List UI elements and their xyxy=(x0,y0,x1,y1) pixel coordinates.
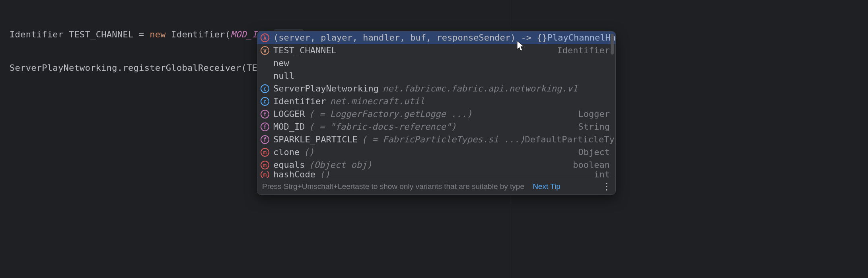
completion-item[interactable]: λ(server, player, handler, buf, response… xyxy=(257,31,615,44)
completion-main-text: null xyxy=(273,70,294,82)
class-icon: c xyxy=(261,84,269,93)
completion-main-text: TEST_CHANNEL xyxy=(273,44,337,57)
completion-item[interactable]: fSPARKLE_PARTICLE ( = FabricParticleType… xyxy=(257,133,615,146)
completion-item[interactable]: mclone()Object xyxy=(257,146,615,159)
code-text: ServerPlayNetworking.registerGlobalRecei… xyxy=(10,63,241,73)
completion-type-text: boolean xyxy=(573,159,610,171)
completion-main-text: SPARKLE_PARTICLE xyxy=(273,133,358,146)
lambda-icon: λ xyxy=(261,33,269,42)
field-icon: f xyxy=(261,110,269,119)
completion-type-text: PlayChannelHandler xyxy=(547,31,615,44)
field-icon: f xyxy=(261,122,269,131)
completion-extra-text: () xyxy=(319,171,330,178)
completion-hint-bar: Press Strg+Umschalt+Leertaste to show on… xyxy=(257,178,615,194)
hint-text: Press Strg+Umschalt+Leertaste to show on… xyxy=(262,182,524,191)
popup-scrollbar[interactable] xyxy=(611,34,614,54)
completion-main-text: clone xyxy=(273,146,300,159)
completion-extra-text: net.fabricmc.fabric.api.networking.v1 xyxy=(383,82,578,95)
completion-main-text: hashCode xyxy=(273,171,315,178)
completion-item[interactable]: null xyxy=(257,70,615,82)
completion-item[interactable]: cServerPlayNetworking net.fabricmc.fabri… xyxy=(257,82,615,95)
completion-item[interactable]: fLOGGER ( = LoggerFactory.getLogge ...)L… xyxy=(257,108,615,121)
completion-main-text: new xyxy=(273,57,289,70)
completion-extra-text: ( = LoggerFactory.getLogge ...) xyxy=(309,108,472,121)
class-icon: c xyxy=(261,97,269,106)
completion-type-text: Logger xyxy=(578,108,610,121)
method-icon: m xyxy=(261,161,269,169)
completion-main-text: MOD_ID xyxy=(273,121,305,133)
completion-item[interactable]: mequals(Object obj)boolean xyxy=(257,159,615,171)
completion-item[interactable]: cIdentifier net.minecraft.util xyxy=(257,95,615,108)
code-text: Identifier( xyxy=(166,29,231,39)
completion-item[interactable]: mhashCode()int xyxy=(257,171,615,178)
more-options-icon[interactable]: ⋮ xyxy=(603,183,611,191)
method-icon: m xyxy=(261,171,269,178)
method-icon: m xyxy=(261,148,269,157)
completion-type-text: Identifier xyxy=(557,44,610,57)
variable-icon: v xyxy=(261,46,269,55)
completion-extra-text: ( = FabricParticleTypes.si ...) xyxy=(362,133,525,146)
completion-type-text: DefaultParticleType xyxy=(525,133,615,146)
completion-extra-text: (Object obj) xyxy=(309,159,372,171)
paren-open: ( xyxy=(241,63,247,73)
completion-extra-text: () xyxy=(304,146,314,159)
completion-list[interactable]: λ(server, player, handler, buf, response… xyxy=(257,31,615,178)
keyword-new: new xyxy=(150,29,166,39)
next-tip-link[interactable]: Next Tip xyxy=(533,182,561,191)
completion-main-text: (server, player, handler, buf, responseS… xyxy=(273,31,547,44)
field-icon: f xyxy=(261,135,269,144)
completion-type-text: Object xyxy=(578,146,610,159)
completion-item[interactable]: vTEST_CHANNELIdentifier xyxy=(257,44,615,57)
completion-main-text: LOGGER xyxy=(273,108,305,121)
completion-item[interactable]: new xyxy=(257,57,615,70)
code-completion-popup[interactable]: λ(server, player, handler, buf, response… xyxy=(257,31,616,195)
completion-extra-text: ( = "fabric-docs-reference") xyxy=(309,121,456,133)
completion-type-text: int xyxy=(594,171,610,178)
completion-main-text: ServerPlayNetworking xyxy=(273,82,379,95)
completion-type-text: String xyxy=(578,121,610,133)
completion-main-text: Identifier xyxy=(273,95,326,108)
completion-main-text: equals xyxy=(273,159,305,171)
completion-item[interactable]: fMOD_ID ( = "fabric-docs-reference")Stri… xyxy=(257,121,615,133)
completion-extra-text: net.minecraft.util xyxy=(330,95,424,108)
code-text: Identifier TEST_CHANNEL = xyxy=(10,29,150,39)
